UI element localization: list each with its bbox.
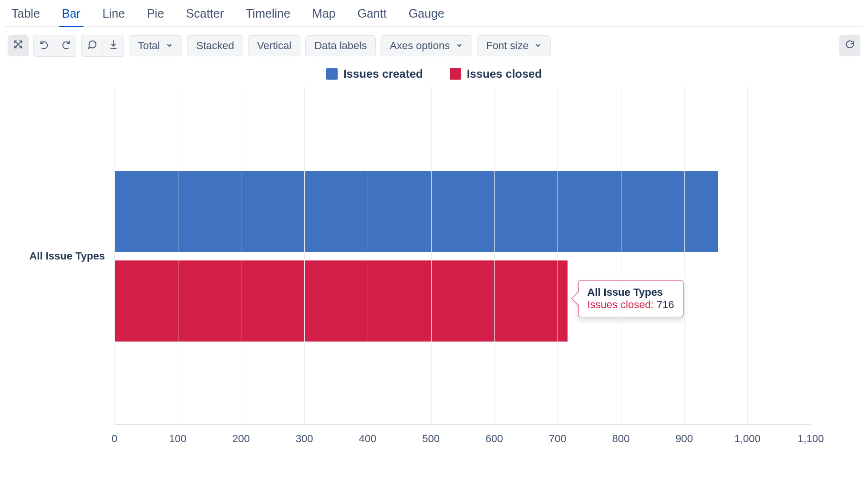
x-axis-tick-label: 1,000 xyxy=(734,433,761,445)
legend-label: Issues closed xyxy=(467,67,542,81)
axes-options-dropdown[interactable]: Axes options xyxy=(381,35,472,56)
x-axis-tick-label: 800 xyxy=(612,433,630,445)
refresh-icon xyxy=(845,39,855,52)
grid-line xyxy=(621,87,621,425)
data-labels-label: Data labels xyxy=(314,40,367,52)
refresh-button[interactable] xyxy=(839,35,860,56)
legend-swatch xyxy=(450,68,461,80)
tab-bar[interactable]: Bar xyxy=(59,5,83,26)
grid-line xyxy=(684,87,685,425)
comment-icon xyxy=(87,39,97,52)
aggregation-label: Total xyxy=(138,40,160,52)
tab-line[interactable]: Line xyxy=(100,5,128,26)
x-axis-tick-label: 1,100 xyxy=(797,433,824,445)
grid-line xyxy=(368,87,368,425)
axes-options-label: Axes options xyxy=(390,40,450,52)
chart-tooltip: All Issue Types Issues closed: 716 xyxy=(578,280,683,317)
x-axis-line xyxy=(114,424,811,425)
orientation-toggle[interactable]: Vertical xyxy=(248,35,300,56)
bar-issues-created[interactable] xyxy=(114,171,718,252)
grid-line xyxy=(241,87,241,425)
grid-line xyxy=(431,87,432,425)
undo-icon xyxy=(39,39,50,52)
y-axis-category-label: All Issue Types xyxy=(29,250,105,262)
data-labels-toggle[interactable]: Data labels xyxy=(305,35,376,56)
tab-map[interactable]: Map xyxy=(310,5,339,26)
tab-scatter[interactable]: Scatter xyxy=(183,5,227,26)
x-axis-tick-label: 600 xyxy=(486,433,503,445)
x-axis-tick-label: 700 xyxy=(549,433,567,445)
chart-toolbar: Total Stacked Vertical Data labels Axes … xyxy=(5,27,863,64)
x-axis-tick-label: 300 xyxy=(296,433,313,445)
orientation-label: Vertical xyxy=(257,40,291,52)
stacked-label: Stacked xyxy=(196,40,234,52)
grid-line xyxy=(114,87,115,425)
expand-icon xyxy=(13,39,23,52)
tab-timeline[interactable]: Timeline xyxy=(243,5,293,26)
font-size-label: Font size xyxy=(486,40,528,52)
chevron-down-icon xyxy=(455,40,463,52)
tab-table[interactable]: Table xyxy=(9,5,43,26)
bar-chart: All Issue Types All Issue Types Issues c… xyxy=(14,87,839,450)
legend-item-created[interactable]: Issues created xyxy=(326,67,423,81)
tab-pie[interactable]: Pie xyxy=(144,5,167,26)
annotate-export-group xyxy=(81,35,124,57)
grid-line xyxy=(304,87,305,425)
x-axis-tick-label: 900 xyxy=(675,433,693,445)
x-axis-tick-label: 100 xyxy=(169,433,186,445)
x-axis-tick-label: 0 xyxy=(112,433,117,445)
plot-area: All Issue Types Issues closed: 716 01002… xyxy=(114,87,811,425)
download-button[interactable] xyxy=(103,35,124,56)
tooltip-value: 716 xyxy=(657,299,674,311)
x-axis-tick-label: 400 xyxy=(359,433,377,445)
aggregation-dropdown[interactable]: Total xyxy=(129,35,182,56)
chevron-down-icon xyxy=(165,40,173,52)
font-size-dropdown[interactable]: Font size xyxy=(477,35,551,56)
tab-gauge[interactable]: Gauge xyxy=(406,5,447,26)
grid-line xyxy=(178,87,178,425)
grid-line xyxy=(494,87,495,425)
comment-button[interactable] xyxy=(82,35,103,56)
grid-line xyxy=(558,87,558,425)
tooltip-category: All Issue Types xyxy=(587,286,674,299)
history-group xyxy=(33,35,76,57)
redo-button[interactable] xyxy=(55,35,76,56)
chart-type-tabs: TableBarLinePieScatterTimelineMapGanttGa… xyxy=(5,0,863,27)
legend-label: Issues created xyxy=(343,67,423,81)
download-icon xyxy=(108,39,119,52)
tab-gantt[interactable]: Gantt xyxy=(354,5,389,26)
chart-legend: Issues created Issues closed xyxy=(5,67,863,81)
grid-line xyxy=(811,87,811,425)
redo-icon xyxy=(61,39,71,52)
x-axis-tick-label: 500 xyxy=(422,433,440,445)
x-axis-tick-label: 200 xyxy=(232,433,250,445)
chevron-down-icon xyxy=(534,40,542,52)
fullscreen-button[interactable] xyxy=(8,35,29,56)
bar-issues-closed[interactable] xyxy=(114,260,568,342)
grid-line xyxy=(747,87,748,425)
legend-swatch xyxy=(326,68,338,80)
legend-item-closed[interactable]: Issues closed xyxy=(450,67,542,81)
undo-button[interactable] xyxy=(34,35,55,56)
stacked-toggle[interactable]: Stacked xyxy=(187,35,243,56)
